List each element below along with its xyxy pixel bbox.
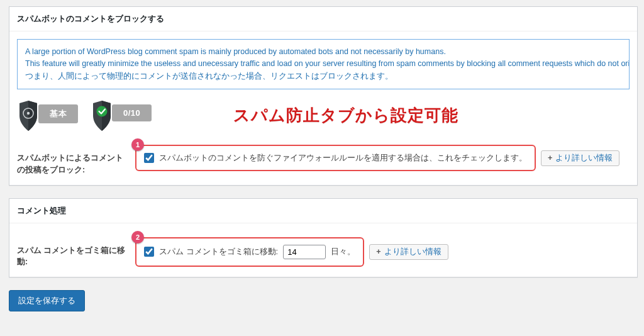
setting-field-wrap: 2 スパム コメントをゴミ箱に移動: 日々。 + より詳しい情報 [135,237,448,267]
spambot-block-checkbox[interactable] [144,153,154,163]
settings-section-comment-processing: コメント処理 スパム コメントをゴミ箱に移動: 2 スパム コメントをゴミ箱に移… [9,198,638,278]
more-info-label: より詳しい情報 [384,247,441,257]
shield-basic-badge: 基本 [17,101,78,133]
section-title: スパムボットのコメントをブロックする [9,7,637,31]
info-notice: A large portion of WordPress blog commen… [17,39,630,89]
shield-basic-label: 基本 [38,104,78,123]
shield-score-badge: 0/10 [91,101,152,133]
svg-point-2 [97,106,108,117]
shield-icon [91,101,113,133]
trash-days-input[interactable] [283,245,326,259]
plus-icon: + [376,247,380,256]
step-badge: 1 [131,138,144,151]
days-suffix-label: 日々。 [331,246,355,257]
checkbox-prefix-label: スパム コメントをゴミ箱に移動: [159,246,278,257]
overlay-annotation-text: スパム防止タブから設定可能 [233,104,458,126]
more-info-button[interactable]: + より詳しい情報 [369,244,448,260]
checkbox-label: スパムボットのコメントを防ぐファイアウォールルールを適用する場合は、これをチェッ… [159,152,527,164]
section-title: コメント処理 [9,199,637,223]
trash-spam-checkbox[interactable] [144,247,154,257]
shield-score-label: 0/10 [112,104,152,121]
notice-line: This feature will greatly minimize the u… [25,58,621,70]
step-badge: 2 [131,231,144,244]
setting-row-label: スパムボットによるコメントの投稿をブロック: [17,145,129,176]
more-info-button[interactable]: + より詳しい情報 [541,150,619,166]
save-settings-button[interactable]: 設定を保存する [9,290,85,311]
setting-row-label: スパム コメントをゴミ箱に移動: [17,237,129,269]
notice-line: A large portion of WordPress blog commen… [25,46,621,58]
notice-line: つまり、人間によって物理的にコメントが送信されなかった場合、リクエストはブロック… [25,70,621,82]
svg-point-1 [27,112,30,115]
settings-section-spambot-block: スパムボットのコメントをブロックする A large portion of Wo… [9,6,638,186]
plus-icon: + [548,154,552,162]
more-info-label: より詳しい情報 [555,153,613,164]
shield-icon [17,101,40,133]
spambot-block-option[interactable]: スパムボットのコメントを防ぐファイアウォールルールを適用する場合は、これをチェッ… [135,145,536,171]
trash-after-days-option: スパム コメントをゴミ箱に移動: 日々。 [135,237,364,267]
setting-field-wrap: 1 スパムボットのコメントを防ぐファイアウォールルールを適用する場合は、これをチ… [135,145,619,171]
